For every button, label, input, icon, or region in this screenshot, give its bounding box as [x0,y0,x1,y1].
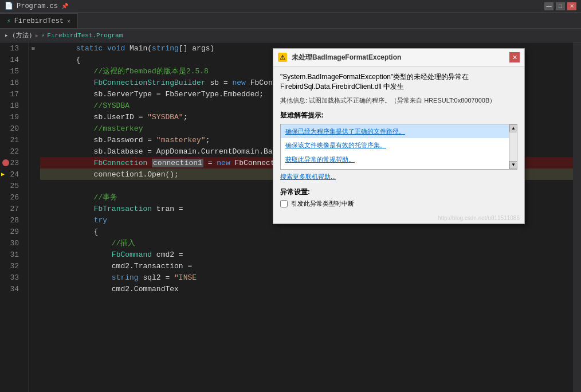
code-line-32: cmd2.Transaction = [40,260,573,272]
suggestion-item-0[interactable]: 确保已经为程序集提供了正确的文件路径。 [281,124,517,139]
editor-scrollbar[interactable] [573,42,581,392]
collapse-21 [29,134,38,146]
code-line-34: cmd2.CommandTex [40,283,573,295]
collapse-32 [29,260,38,272]
close-window-button[interactable]: ✕ [567,2,576,10]
scroll-down-button[interactable]: ▼ [509,161,517,169]
collapse-15 [29,65,38,77]
line-num-34: 34 [0,283,23,295]
collapse-14 [29,54,38,65]
line-num-21: 21 [0,134,23,146]
dialog-title-text: 未处理BadImageFormatException [292,53,401,62]
scroll-track [509,132,517,161]
line-num-27: 27 [0,203,23,214]
line-num-15: 15 [0,65,23,77]
dialog-exception-type: "System.BadImageFormatException"类型的未经处理的… [280,72,517,92]
dialog-body: "System.BadImageFormatException"类型的未经处理的… [273,66,524,214]
line-num-19: 19 [0,111,23,123]
title-bar-controls: — □ ✕ [544,2,576,10]
collapse-13[interactable]: ⊟ [29,42,38,54]
line-num-18: 18 [0,100,23,111]
code-content[interactable]: static void Main(string[] args) { //这裡的f… [38,42,573,392]
collapse-33 [29,272,38,283]
dialog-title-left: ⚠ 未处理BadImageFormatException [278,53,401,62]
line-num-25: 25 [0,180,23,191]
tab-label: FirebirdTest [14,17,64,25]
line-num-32: 32 [0,260,23,272]
dialog-exception-settings-label: 异常设置: [280,187,517,197]
collapse-19 [29,111,38,123]
minimize-button[interactable]: — [544,2,553,10]
line-numbers: 13 14 15 16 17 18 19 20 21 22 23 ▶ 24 25… [0,42,29,392]
collapse-23 [29,157,38,168]
scroll-up-button[interactable]: ▲ [509,124,517,132]
line-num-31: 31 [0,249,23,260]
breadcrumb-lightning-icon: ⚡ [41,32,45,39]
suggestions-scrollbar[interactable]: ▲ ▼ [509,124,517,169]
title-bar-left: 📄 Program.cs 📌 [5,2,68,10]
collapse-31 [29,249,38,260]
suggestion-item-1[interactable]: 确保该文件映像是有效的托管序集。 [281,138,517,152]
line-num-29: 29 [0,226,23,237]
line-num-22: 22 [0,146,23,157]
warning-icon: ⚠ [278,53,287,62]
collapse-margin: ⊟ [29,42,38,392]
collapse-16 [29,77,38,88]
line-num-33: 33 [0,272,23,283]
line-num-20: 20 [0,123,23,134]
line-num-14: 14 [0,54,23,65]
dialog-section-label: 疑难解答提示: [280,111,517,120]
code-line-33: string sql2 = "INSE [40,272,573,283]
line-num-24: ▶ 24 [0,168,23,180]
dialog-checkbox-row: 引发此异常类型时中断 [280,199,517,208]
title-bar: 📄 Program.cs 📌 — □ ✕ [0,0,581,13]
line-num-17: 17 [0,88,23,100]
collapse-25 [29,180,38,191]
dialog-close-button[interactable]: ✕ [509,52,520,62]
editor-area: 13 14 15 16 17 18 19 20 21 22 23 ▶ 24 25… [0,42,581,392]
line-num-13: 13 [0,42,23,54]
collapse-17 [29,88,38,100]
collapse-34 [29,283,38,295]
suggestion-item-2[interactable]: 获取此异常的常规帮助。 [281,152,517,167]
tab-icon: ⚡ [7,17,11,25]
tab-firebirdtest[interactable]: ⚡ FirebirdTest ✕ [0,13,78,28]
line-num-26: 26 [0,191,23,203]
collapse-20 [29,123,38,134]
collapse-22 [29,146,38,157]
line-num-28: 28 [0,214,23,226]
code-line-31: FbCommand cmd2 = [40,249,573,260]
collapse-18 [29,100,38,111]
breadcrumb-left: ▸ (方法) [5,31,32,40]
dialog-title-bar: ⚠ 未处理BadImageFormatException ✕ [273,49,524,66]
line-num-23: 23 [0,157,23,168]
collapse-24 [29,168,38,180]
collapse-28 [29,214,38,226]
collapse-27 [29,203,38,214]
breadcrumb-right: FirebirdTest.Program [47,32,123,39]
dialog-watermark: http://blog.csdn.net/u011511086 [273,214,524,224]
title-bar-filename: Program.cs [17,2,58,10]
dialog-suggestions-box: 确保已经为程序集提供了正确的文件路径。 确保该文件映像是有效的托管序集。 获取此… [280,124,517,170]
line-num-16: 16 [0,77,23,88]
collapse-30 [29,237,38,249]
collapse-26 [29,191,38,203]
exception-dialog: ⚠ 未处理BadImageFormatException ✕ "System.B… [273,48,525,224]
dialog-other-info: 其他信息: 试图加载格式不正确的程序。（异常来自 HRESULT:0x80070… [280,96,517,105]
breadcrumb-class: ⚡ FirebirdTest.Program [41,32,123,39]
breadcrumb-separator: ▸ [34,31,39,40]
more-help-link[interactable]: 搜索更多联机帮助... [280,171,517,183]
pin-icon[interactable]: 📌 [61,3,68,10]
checkbox-label: 引发此异常类型时中断 [291,199,354,208]
code-line-30: //插入 [40,237,573,249]
maximize-button[interactable]: □ [556,2,565,10]
file-icon: 📄 [5,2,13,10]
breadcrumb-bar: ▸ (方法) ▸ ⚡ FirebirdTest.Program [0,29,581,42]
exception-checkbox[interactable] [280,200,288,207]
collapse-29 [29,226,38,237]
tab-bar: ⚡ FirebirdTest ✕ [0,13,581,29]
code-line-29: { [40,226,573,237]
tab-close-button[interactable]: ✕ [67,18,70,25]
line-num-30: 30 [0,237,23,249]
